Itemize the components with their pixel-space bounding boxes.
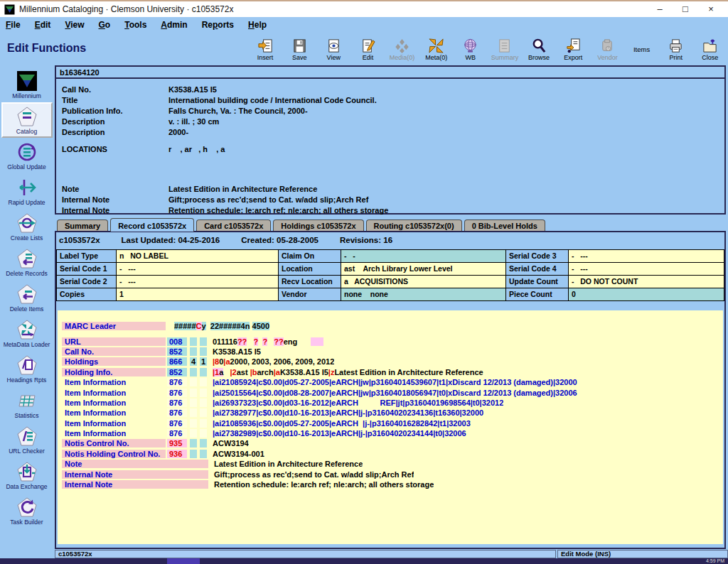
- marc-tag: 876: [167, 408, 187, 417]
- marc-row[interactable]: Item Information876|ai27382977|c$0.00|d1…: [62, 408, 720, 418]
- sidebar-item-global-update[interactable]: Global Update: [1, 138, 53, 173]
- marc-field-label: Note: [62, 460, 208, 468]
- bib-field-value: Retention schedule: le:arch ref; nle:arc…: [168, 205, 388, 216]
- print-button[interactable]: Print: [660, 34, 692, 64]
- marc-field-data: |80|a2000, 2003, 2006, 2009, 2012: [213, 357, 334, 366]
- menu-admin[interactable]: Admin: [161, 20, 187, 30]
- fixed-field-value[interactable]: 1: [117, 288, 279, 301]
- toolbar-button-label: Save: [292, 54, 307, 61]
- marc-row[interactable]: Item Information876|ai21085936|c$0.00|d0…: [62, 418, 720, 428]
- marc-row[interactable]: Holding Info.852|1a |2ast |barch|aK3538.…: [62, 367, 720, 377]
- toolbar: InsertSaveViewEditMedia(0)Meta(0)WBSumma…: [249, 34, 727, 64]
- marc-row[interactable]: Notis Control No.935ACW3194: [62, 438, 720, 448]
- marc-row[interactable]: Notis Holding Control No.936ACW3194-001: [62, 449, 720, 459]
- menu-go[interactable]: Go: [99, 20, 111, 30]
- sidebar-item-statistics[interactable]: Statistics: [1, 386, 53, 422]
- sidebar-item-catalog[interactable]: Catalog: [1, 102, 53, 138]
- browse-button[interactable]: Browse: [523, 34, 555, 64]
- taskbar-active-app-button[interactable]: [167, 558, 200, 564]
- menu-view[interactable]: View: [65, 20, 84, 30]
- marc-row[interactable]: MARC Leader#####Cy 22#####4n 4500: [62, 321, 720, 331]
- fixed-field-value[interactable]: n NO LABEL: [117, 250, 279, 263]
- insert-button[interactable]: Insert: [249, 34, 282, 64]
- fixed-field-value[interactable]: - -: [341, 250, 506, 263]
- catalog-icon: [16, 106, 38, 127]
- marc-row[interactable]: Item Information876|ai27382989|c$0.00|d1…: [62, 428, 720, 438]
- sidebar-item-rapid-update[interactable]: Rapid Update: [1, 173, 53, 209]
- tab-record-c1053572x[interactable]: Record c1053572x: [110, 218, 194, 232]
- record-info-line: c1053572x Last Updated: 04-25-2016 Creat…: [56, 232, 724, 246]
- summary-button: Summary: [488, 34, 521, 64]
- export-button[interactable]: Export: [557, 34, 589, 64]
- marc-indicator-2: 1: [200, 357, 207, 366]
- sidebar-item-create-lists[interactable]: Create Lists: [1, 209, 53, 244]
- marc-row[interactable]: Holdings86641|80|a2000, 2003, 2006, 2009…: [62, 357, 720, 367]
- data-exchange-icon: [16, 461, 38, 482]
- view-button[interactable]: View: [317, 34, 350, 64]
- marc-row[interactable]: Item Information876|ai25015564|c$0.00|d0…: [62, 387, 720, 397]
- sidebar-item-url-checker[interactable]: URL Checker: [1, 422, 53, 457]
- sidebar-item-task-builder[interactable]: Task Builder: [1, 493, 53, 528]
- browse-icon: [531, 37, 547, 54]
- tab-holdings-c1053572x[interactable]: Holdings c1053572x: [273, 219, 363, 232]
- sidebar-item-label: Data Exchange: [6, 483, 47, 490]
- sidebar-item-data-exchange[interactable]: Data Exchange: [1, 457, 53, 493]
- bib-field-row: Descriptionv. : ill. ; 30 cm: [62, 116, 719, 127]
- fixed-field-value[interactable]: - ---: [569, 263, 724, 276]
- tab-0-bib-level-holds[interactable]: 0 Bib-Level Holds: [464, 219, 545, 232]
- toolbar-button-label: Browse: [528, 54, 550, 61]
- items-button[interactable]: Items: [626, 34, 658, 64]
- close-window-button[interactable]: ×: [698, 2, 724, 16]
- sidebar-item-millennium[interactable]: Millennium: [1, 67, 53, 102]
- marc-row[interactable]: Item Information876|ai26937323|c$0.00|d0…: [62, 398, 720, 408]
- bib-field-row: Internal NoteGift;process as rec'd;send …: [62, 195, 719, 205]
- fixed-field-value[interactable]: a ACQUISITIONS: [341, 276, 506, 288]
- edit-button[interactable]: Edit: [351, 34, 384, 64]
- tab-summary[interactable]: Summary: [57, 219, 108, 232]
- marc-row[interactable]: URL008011116?? ? ? ??eng: [62, 336, 720, 346]
- insert-icon: [257, 37, 274, 54]
- fixed-field-value[interactable]: - ---: [117, 276, 279, 288]
- tab-card-c1053572x[interactable]: Card c1053572x: [196, 219, 271, 232]
- marc-row[interactable]: Call No.852K3538.A15 I5: [62, 347, 720, 357]
- marc-field-label: URL: [62, 337, 166, 346]
- sidebar-item-delete-items[interactable]: Delete Items: [1, 280, 53, 315]
- marc-indicator-1: 4: [190, 357, 197, 366]
- sidebar-item-delete-records[interactable]: Delete Records: [1, 244, 53, 280]
- bib-field-label: Internal Note: [62, 195, 168, 205]
- marc-row[interactable]: NoteLatest Edition in Architecture Refer…: [62, 459, 720, 469]
- menu-edit[interactable]: Edit: [35, 20, 51, 30]
- marc-row[interactable]: Internal NoteRetention schedule: le:arch…: [62, 479, 720, 489]
- fixed-field-value[interactable]: 0: [569, 288, 724, 301]
- bib-field-value: Gift;process as rec'd;send to Cat. w/add…: [168, 195, 368, 205]
- marc-tag: 876: [167, 429, 187, 438]
- fixed-field-value[interactable]: none none: [341, 288, 506, 301]
- sidebar-item-metadata-loader[interactable]: MetaData Loader: [1, 315, 53, 351]
- menu-file[interactable]: File: [6, 20, 21, 30]
- wb-button[interactable]: WB: [454, 34, 487, 64]
- menu-reports[interactable]: Reports: [202, 20, 234, 30]
- tab-routing-c1053572x-0[interactable]: Routing c1053572x(0): [366, 219, 462, 232]
- status-record-id: c1053572x: [55, 550, 556, 558]
- sidebar-item-headings-rpts[interactable]: Headings Rpts: [1, 351, 53, 386]
- bib-record-panel: b16364120 Call No.K3538.A15 I5TitleInter…: [55, 65, 726, 215]
- menu-tools[interactable]: Tools: [124, 20, 146, 30]
- marc-indicator-1: [190, 450, 197, 458]
- save-button[interactable]: Save: [283, 34, 316, 64]
- minimize-button[interactable]: –: [647, 2, 673, 16]
- view-icon: [326, 37, 342, 54]
- create-lists-icon: [16, 212, 38, 234]
- maximize-button[interactable]: □: [673, 2, 698, 16]
- fixed-field-value[interactable]: - ---: [569, 250, 724, 263]
- millennium-icon: [16, 70, 38, 92]
- fixed-field-value[interactable]: ast Arch Library Lower Level: [341, 263, 506, 276]
- close-button[interactable]: Close: [694, 34, 727, 64]
- meta-0-button[interactable]: Meta(0): [420, 34, 453, 64]
- fixed-field-value[interactable]: - DO NOT COUNT: [569, 276, 724, 288]
- fixed-field-value[interactable]: - ---: [117, 263, 279, 276]
- marc-row[interactable]: Internal NoteGift;process as rec'd;send …: [62, 469, 720, 479]
- taskbar-clock: 4:59 PM: [706, 558, 724, 564]
- marc-row[interactable]: Item Information876|ai21085924|c$0.00|d0…: [62, 377, 720, 387]
- menu-help[interactable]: Help: [248, 20, 267, 30]
- record-last-updated: Last Updated: 04-25-2016: [122, 236, 220, 244]
